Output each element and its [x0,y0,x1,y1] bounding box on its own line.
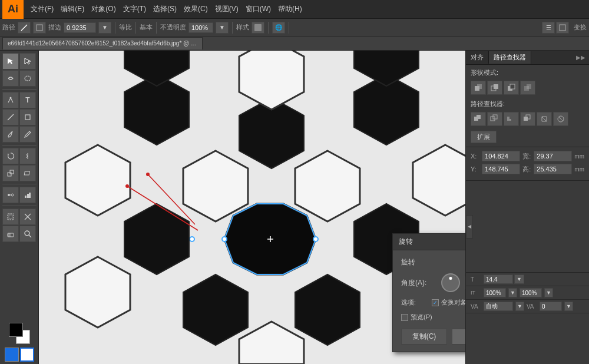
path-btn-2[interactable] [487,112,502,126]
menu-object[interactable]: 对象(O) [88,3,119,15]
h-unit: mm [574,166,584,173]
menu-edit[interactable]: 编辑(E) [57,3,88,15]
menu-bar: Ai 文件(F) 编辑(E) 对象(O) 文字(T) 选择(S) 效果(C) 视… [0,0,589,19]
rotate-tool[interactable] [2,148,19,164]
tool-row-10 [2,226,36,242]
copy-button[interactable]: 复制(C) [401,329,447,345]
stroke-input[interactable] [64,22,96,33]
paintbrush-tool[interactable] [2,126,19,143]
ok-button[interactable]: 确定 [452,329,465,345]
transform-object-checkbox[interactable]: ✓ [432,299,439,306]
swatch-pair[interactable] [9,323,30,344]
slice-tool[interactable] [19,209,36,225]
tool-row-1 [2,53,36,70]
svg-rect-58 [494,84,498,89]
scale-y-input[interactable] [519,288,542,297]
preview-option[interactable]: ✓ 预览(P) [401,313,432,322]
line-tool[interactable] [2,109,19,125]
tracking-input[interactable] [484,302,513,311]
char-row-3: VA ▼ VA ▼ [466,300,589,313]
stroke-box-icon[interactable] [33,22,46,34]
scale-x-input[interactable] [484,288,506,297]
y-input[interactable] [482,164,520,174]
misc-icon1[interactable]: ☰ [542,22,555,34]
select-tool[interactable] [2,53,19,70]
pathfinder-tab[interactable]: 路径查找器 [489,51,531,64]
path-btn-3[interactable] [504,112,519,126]
opacity-dropdown-icon[interactable]: ▼ [216,22,229,34]
foreground-swatch[interactable] [9,323,23,337]
opacity-input[interactable] [188,22,213,33]
menu-view[interactable]: 视图(V) [211,3,242,15]
font-size-dropdown[interactable]: ▼ [514,274,524,284]
font-size-input[interactable] [484,274,513,284]
transform-object-option[interactable]: ✓ 变换对象(O) [432,298,465,307]
zoom-tool[interactable] [19,226,36,242]
svg-rect-68 [509,115,514,119]
scale-tool[interactable] [2,165,19,181]
eraser-tool[interactable] [2,226,19,242]
expand-button[interactable]: 扩展 [471,131,497,143]
shape-mode-1[interactable] [471,81,486,95]
path-btn-5[interactable] [537,112,552,126]
menu-type[interactable]: 文字(T) [120,3,150,15]
stroke-dropdown-icon[interactable]: ▼ [98,22,111,34]
kerning-dropdown[interactable]: ▼ [564,302,573,311]
document-tab[interactable]: e66fd1441d12e0566470857602ef6152_t0182a3… [2,37,203,49]
menu-file[interactable]: 文件(F) [27,3,57,15]
shape-mode-2[interactable] [487,81,502,95]
scale-y-dropdown[interactable]: ▼ [544,288,553,297]
tool-row-6 [2,148,36,164]
tool-row-8 [2,187,36,203]
shear-tool[interactable] [19,165,36,181]
misc-icon2[interactable] [556,22,569,34]
panel-expand-icon[interactable]: ▶▶ [573,54,589,61]
blend-tool[interactable] [2,187,19,203]
menu-window[interactable]: 窗口(W) [242,3,274,15]
y-label: Y: [471,166,479,173]
reflect-tool[interactable] [19,148,36,164]
x-input[interactable] [482,151,520,161]
h-input[interactable] [534,164,572,174]
fill-swatch[interactable] [5,348,19,362]
type-tool[interactable]: T [19,92,36,108]
shape-mode-4[interactable] [520,81,535,95]
ai-logo: Ai [2,0,24,19]
menu-effect[interactable]: 效果(C) [180,3,211,15]
tool-row-7 [2,165,36,181]
svg-point-13 [11,194,14,196]
pen-tool[interactable] [2,92,19,108]
coords-panel: X: 宽: mm Y: 高: mm [466,147,589,180]
shape-tool[interactable] [19,109,36,125]
pencil-tool[interactable] [19,126,36,143]
globe-icon[interactable]: 🌐 [272,22,285,34]
menu-help[interactable]: 帮助(H) [274,3,306,15]
canvas-area[interactable]: 旋转 旋转 角度(A): 选项: ✓ [39,51,465,364]
svg-rect-64 [477,115,481,119]
warp-tool[interactable] [2,70,19,87]
lasso-tool[interactable] [19,70,36,87]
shape-mode-3[interactable] [504,81,519,95]
style-icon[interactable] [252,22,264,34]
svg-rect-19 [9,215,12,219]
artboard-tool[interactable] [2,209,19,225]
align-tab[interactable]: 对齐 [466,51,489,64]
w-input[interactable] [534,151,572,161]
kerning-input[interactable] [540,302,562,311]
menu-select[interactable]: 选择(S) [150,3,180,15]
path-btn-6[interactable] [553,112,568,126]
path-btn-4[interactable] [520,112,535,126]
rotate-dialog-title: 旋转 [393,234,465,250]
angle-wheel[interactable] [441,273,460,292]
angle-input[interactable] [465,276,465,289]
stroke-tool-icon[interactable] [18,22,31,34]
stroke-swatch[interactable] [20,348,34,362]
preview-checkbox[interactable]: ✓ [401,314,408,321]
toolbar-sep5 [268,22,269,34]
graph-tool[interactable] [19,187,36,203]
tracking-dropdown[interactable]: ▼ [515,302,524,311]
panel-collapse-btn[interactable]: ◀ [466,215,473,239]
scale-x-dropdown[interactable]: ▼ [508,288,517,297]
direct-select-tool[interactable] [19,53,36,70]
path-btn-1[interactable] [471,112,486,126]
